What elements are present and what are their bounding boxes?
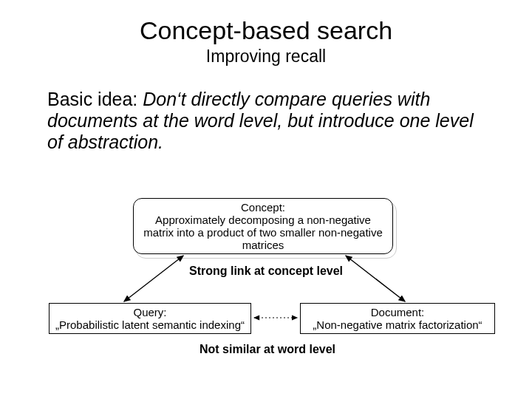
query-text: „Probabilistic latent semantic indexing“ — [55, 318, 245, 331]
slide-subtitle: Improving recall — [0, 45, 532, 66]
slide-title: Concept-based search — [0, 0, 532, 45]
document-text: „Non-negative matrix factorization“ — [313, 318, 482, 331]
query-box: Query: „Probabilistic latent semantic in… — [49, 303, 251, 334]
concept-box: Concept: Approximately decomposing a non… — [133, 198, 393, 254]
document-box: Document: „Non-negative matrix factoriza… — [300, 303, 495, 334]
diagram-area: Concept: Approximately decomposing a non… — [0, 192, 532, 384]
word-level-caption: Not similar at word level — [186, 343, 349, 356]
query-title: Query: — [55, 306, 245, 318]
concept-link-caption: Strong link at concept level — [174, 265, 358, 278]
concept-text: Approximately decomposing a non-negative… — [141, 214, 385, 252]
concept-title: Concept: — [141, 201, 385, 214]
arrow-concept-to-query — [124, 256, 183, 301]
basic-idea-lead: Basic idea: — [47, 89, 143, 109]
document-title: Document: — [313, 306, 482, 318]
basic-idea-paragraph: Basic idea: Don‘t directly compare queri… — [0, 66, 532, 152]
arrow-concept-to-document — [346, 256, 405, 301]
